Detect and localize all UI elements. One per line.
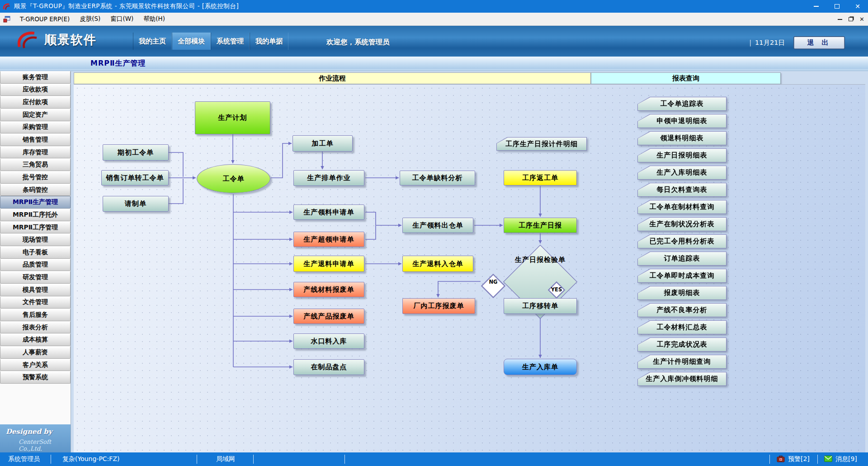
menu-item[interactable]: T-GROUP ERP(E) bbox=[15, 13, 75, 26]
flow-node-piecework-detail[interactable]: 工序生产日报计件明细 bbox=[496, 137, 587, 151]
sidebar-item[interactable]: 客户关系 bbox=[0, 359, 71, 371]
flow-node-daily-report-inspection[interactable]: 生产日报检验单 bbox=[503, 244, 578, 275]
report-button[interactable]: 领退料明细表 bbox=[637, 131, 726, 145]
flow-node-pick-out-warehouse[interactable]: 生产领料出仓单 bbox=[402, 218, 473, 233]
flow-node-scheduling[interactable]: 生产排单作业 bbox=[293, 170, 364, 186]
report-button[interactable]: 订单追踪表 bbox=[637, 252, 726, 266]
mdi-close-icon[interactable]: ✕ bbox=[859, 16, 864, 23]
minimize-button[interactable] bbox=[806, 0, 826, 13]
close-button[interactable]: ✕ bbox=[847, 0, 868, 13]
flow-node-process-daily-report[interactable]: 工序生产日报 bbox=[504, 218, 577, 233]
report-button[interactable]: 每日欠料查询表 bbox=[637, 183, 726, 197]
title-bar: 顺景『T-GROUP』制造业ERP系统 - 东莞顺景软件科技有限公司 - [系统… bbox=[0, 0, 868, 13]
node-label: 生产计划 bbox=[218, 114, 247, 122]
report-button[interactable]: 申领申退明细表 bbox=[637, 114, 726, 128]
exit-button[interactable]: 退 出 bbox=[794, 37, 844, 49]
nav-tab[interactable]: 全部模块 bbox=[172, 33, 211, 50]
sidebar-item[interactable]: MRPⅡ生产管理 bbox=[0, 196, 71, 209]
sidebar-item[interactable]: 批号管控 bbox=[0, 171, 71, 184]
report-button[interactable]: 报废明细表 bbox=[637, 286, 726, 300]
sidebar-item[interactable]: 条码管控 bbox=[0, 184, 71, 196]
nav-tab[interactable]: 我的主页 bbox=[133, 33, 172, 50]
report-button[interactable]: 生产在制状况分析表 bbox=[637, 217, 726, 231]
sidebar-item[interactable]: 三角贸易 bbox=[0, 158, 71, 171]
menu-item[interactable]: 皮肤(S) bbox=[75, 13, 105, 26]
flow-node-rework-order[interactable]: 工序返工单 bbox=[504, 170, 577, 185]
report-button[interactable]: 生产计件明细查询 bbox=[637, 355, 726, 369]
sidebar-item[interactable]: 账务管理 bbox=[0, 71, 71, 84]
mdi-restore-icon[interactable] bbox=[849, 17, 853, 21]
flow-node-process-transfer[interactable]: 工序移转单 bbox=[504, 298, 577, 314]
sidebar-item[interactable]: 成本核算 bbox=[0, 333, 71, 346]
report-button[interactable]: 工序完成状况表 bbox=[637, 338, 726, 352]
node-label: 生产领料出仓单 bbox=[413, 221, 463, 230]
report-button[interactable]: 工令材料汇总表 bbox=[637, 320, 726, 334]
status-separator bbox=[769, 455, 770, 464]
sidebar-item[interactable]: 电子看板 bbox=[0, 246, 71, 259]
sidebar-item[interactable]: 固定资产 bbox=[0, 109, 71, 121]
node-label: 产线产品报废单 bbox=[304, 312, 354, 321]
sidebar-item[interactable]: MRPⅡ工序托外 bbox=[0, 209, 71, 221]
menu-item[interactable]: 帮助(H) bbox=[138, 13, 170, 26]
flow-node-nozzle-material-in[interactable]: 水口料入库 bbox=[293, 333, 364, 349]
menu-item[interactable]: 窗口(W) bbox=[105, 13, 138, 26]
sidebar-item[interactable]: 报表分析 bbox=[0, 321, 71, 334]
report-button[interactable]: 生产日报明细表 bbox=[637, 148, 726, 162]
flow-node-line-product-scrap[interactable]: 产线产品报废单 bbox=[293, 309, 364, 324]
sidebar-item[interactable]: 人事薪资 bbox=[0, 346, 71, 359]
flow-node-ng[interactable]: NG bbox=[481, 274, 505, 289]
sidebar-item[interactable]: 应收款项 bbox=[0, 84, 71, 96]
flow-node-pick-request[interactable]: 生产领料申请单 bbox=[293, 204, 364, 220]
flow-node-make-request[interactable]: 请制单 bbox=[103, 196, 169, 212]
sidebar-item[interactable]: 采购管理 bbox=[0, 121, 71, 134]
sidebar-item[interactable]: 应付款项 bbox=[0, 96, 71, 109]
maximize-button[interactable] bbox=[826, 0, 847, 13]
report-button[interactable]: 工令单追踪表 bbox=[637, 97, 726, 111]
report-label: 工令材料汇总表 bbox=[637, 320, 726, 334]
nav-tab[interactable]: 系统管理 bbox=[211, 33, 250, 50]
flow-node-line-material-scrap[interactable]: 产线材料报废单 bbox=[293, 282, 364, 297]
sidebar-item[interactable]: 研发管理 bbox=[0, 271, 71, 284]
flow-node-return-in-warehouse[interactable]: 生产退料入仓单 bbox=[402, 256, 473, 272]
node-label: 工序移转单 bbox=[522, 302, 558, 310]
flow-node-production-stock-in[interactable]: 生产入库单 bbox=[504, 359, 577, 375]
mdi-minimize-icon[interactable] bbox=[838, 19, 842, 20]
flow-node-wip-stocktake[interactable]: 在制品盘点 bbox=[293, 359, 364, 375]
flow-node-plan[interactable]: 生产计划 bbox=[195, 101, 270, 134]
nav-tab[interactable]: 我的单据 bbox=[250, 33, 288, 50]
status-separator bbox=[253, 455, 254, 464]
designed-by-panel: Designed by CenterSoft Co.,Ltd. bbox=[0, 424, 71, 452]
flow-node-work-order[interactable]: 工令单 bbox=[197, 164, 270, 193]
sidebar-item[interactable]: 品质管理 bbox=[0, 259, 71, 271]
sidebar-item[interactable]: 售后服务 bbox=[0, 309, 71, 321]
status-alerts[interactable]: 预警[2] bbox=[788, 455, 810, 463]
sidebar-item[interactable]: 现场管理 bbox=[0, 233, 71, 246]
flow-node-over-pick-request[interactable]: 生产超领申请单 bbox=[293, 232, 364, 247]
flow-node-initial-work-order[interactable]: 期初工令单 bbox=[103, 144, 169, 161]
sidebar-item[interactable]: MRPⅡ工序管理 bbox=[0, 221, 71, 234]
report-button[interactable]: 已完工令用料分析表 bbox=[637, 234, 726, 248]
flow-node-yes[interactable]: YES bbox=[548, 282, 565, 297]
report-button[interactable]: 生产入库明细表 bbox=[637, 166, 726, 180]
flow-node-process-order[interactable]: 加工单 bbox=[292, 135, 353, 152]
report-label: 产线不良率分析 bbox=[637, 303, 726, 317]
report-button[interactable]: 产线不良率分析 bbox=[637, 303, 726, 317]
node-label: 销售订单转工令单 bbox=[106, 174, 164, 182]
flow-canvas: 生产计划期初工令单销售订单转工令单请制单工令单加工单生产排单作业工令单缺料分析生… bbox=[74, 84, 865, 452]
flow-node-return-request[interactable]: 生产退料申请单 bbox=[293, 256, 364, 272]
flow-node-factory-process-scrap[interactable]: 厂内工序报废单 bbox=[402, 298, 475, 314]
sidebar-item[interactable]: 文件管理 bbox=[0, 296, 71, 309]
flow-node-shortage-analysis[interactable]: 工令单缺料分析 bbox=[400, 171, 475, 185]
report-button[interactable]: 生产入库倒冲领料明细 bbox=[637, 372, 726, 386]
sidebar-item[interactable]: 销售管理 bbox=[0, 133, 71, 146]
sidebar-item[interactable]: 库存管理 bbox=[0, 146, 71, 159]
logo: 顺景软件 bbox=[16, 30, 97, 49]
reports-section-header: 报表查询 bbox=[591, 72, 781, 84]
sidebar-item[interactable]: 预警系统 bbox=[0, 371, 71, 384]
report-button[interactable]: 工令单即时成本查询 bbox=[637, 269, 726, 283]
flow-node-sales-to-work-order[interactable]: 销售订单转工令单 bbox=[101, 170, 169, 185]
report-button[interactable]: 工令单在制材料查询 bbox=[637, 200, 726, 214]
status-messages[interactable]: 消息[9] bbox=[835, 455, 857, 463]
sidebar-item[interactable]: 模具管理 bbox=[0, 284, 71, 296]
menu-items: T-GROUP ERP(E)皮肤(S)窗口(W)帮助(H) bbox=[15, 13, 170, 26]
